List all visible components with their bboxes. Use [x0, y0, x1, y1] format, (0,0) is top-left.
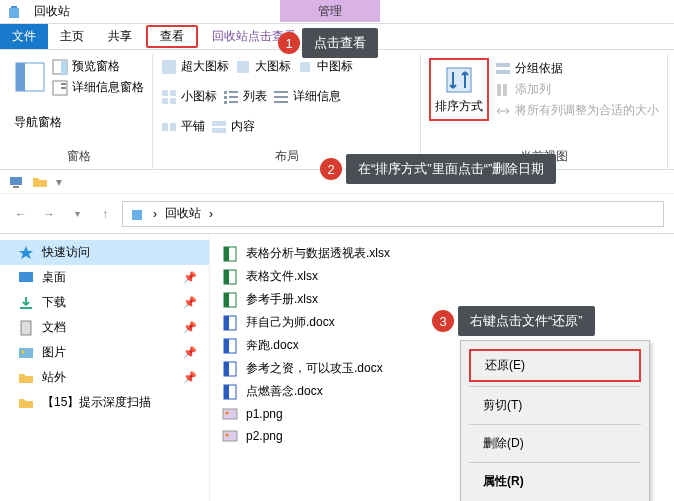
manage-contextual-tab[interactable]: 管理	[280, 0, 380, 22]
pin-icon: 📌	[183, 371, 197, 384]
svg-rect-53	[224, 362, 229, 376]
address-location[interactable]: 回收站	[165, 205, 201, 222]
svg-rect-26	[170, 123, 176, 131]
back-button[interactable]: ←	[10, 203, 32, 225]
svg-rect-12	[162, 90, 168, 96]
up-button[interactable]: ↑	[94, 203, 116, 225]
svg-rect-36	[132, 210, 142, 220]
md-icons-icon	[297, 59, 313, 75]
svg-rect-30	[496, 63, 510, 67]
view-list[interactable]: 列表	[223, 88, 267, 105]
details-pane-icon	[52, 80, 68, 96]
sidebar-ext[interactable]: 站外📌	[0, 365, 209, 390]
sidebar-item-15[interactable]: 【15】提示深度扫描	[0, 390, 209, 415]
tab-view[interactable]: 查看	[146, 25, 198, 48]
file-item[interactable]: 参考手册.xlsx	[218, 288, 674, 311]
xl-icons-icon	[161, 59, 177, 75]
docx-icon	[222, 338, 238, 354]
ctx-properties[interactable]: 属性(R)	[469, 467, 641, 496]
svg-rect-34	[10, 177, 22, 185]
ctx-sep	[469, 462, 641, 463]
details-icon	[273, 89, 289, 105]
view-md-icons[interactable]: 中图标	[297, 58, 353, 75]
file-name: 点燃善念.docx	[246, 383, 323, 400]
svg-rect-29	[447, 68, 471, 92]
file-name: p1.png	[246, 407, 283, 421]
recycle-bin-icon	[6, 4, 22, 20]
pin-icon: 📌	[183, 321, 197, 334]
ctx-cut[interactable]: 剪切(T)	[469, 391, 641, 420]
xlsx-icon	[222, 246, 238, 262]
ctx-sep	[469, 386, 641, 387]
sort-by-button[interactable]: 排序方式	[429, 58, 489, 121]
svg-rect-13	[170, 90, 176, 96]
group-icon	[495, 61, 511, 77]
pin-icon: 📌	[183, 296, 197, 309]
ctx-sep	[469, 424, 641, 425]
xlsx-icon	[222, 269, 238, 285]
svg-rect-43	[224, 247, 229, 261]
tab-file[interactable]: 文件	[0, 24, 48, 49]
folder-qat-icon[interactable]	[32, 174, 48, 190]
details-pane-button[interactable]: 详细信息窗格	[52, 79, 144, 96]
desktop-icon	[18, 270, 34, 286]
svg-rect-14	[162, 98, 168, 104]
navigation-bar: ← → ▾ ↑ › 回收站 ›	[0, 194, 674, 234]
svg-rect-49	[224, 316, 229, 330]
pin-icon: 📌	[183, 346, 197, 359]
group-by-button[interactable]: 分组依据	[495, 60, 659, 77]
nav-pane-label: 导航窗格	[14, 114, 144, 131]
sidebar-desktop[interactable]: 桌面📌	[0, 265, 209, 290]
view-content[interactable]: 内容	[211, 118, 255, 135]
svg-rect-39	[21, 321, 31, 335]
tab-share[interactable]: 共享	[96, 24, 144, 49]
list-icon	[223, 89, 239, 105]
sidebar-downloads[interactable]: 下载📌	[0, 290, 209, 315]
nav-pane-button[interactable]	[14, 61, 46, 93]
computer-icon[interactable]	[8, 174, 24, 190]
svg-rect-35	[13, 186, 19, 188]
svg-rect-38	[20, 307, 32, 309]
svg-rect-27	[212, 121, 226, 126]
sidebar-pictures[interactable]: 图片📌	[0, 340, 209, 365]
sidebar-quick-access[interactable]: 快速访问	[0, 240, 209, 265]
view-xl-icons[interactable]: 超大图标	[161, 58, 229, 75]
callout-2: 在“排序方式”里面点击“”删除日期	[346, 154, 556, 184]
svg-rect-24	[274, 101, 288, 103]
ribbon-group-currentview: 排序方式 分组依据 添加列 将所有列调整为合适的大小 当前视图	[421, 54, 668, 169]
file-item[interactable]: 表格分析与数据透视表.xlsx	[218, 242, 674, 265]
forward-button[interactable]: →	[38, 203, 60, 225]
history-dropdown[interactable]: ▾	[66, 203, 88, 225]
view-sm-icons[interactable]: 小图标	[161, 88, 217, 105]
add-columns-button[interactable]: 添加列	[495, 81, 659, 98]
sidebar-documents[interactable]: 文档📌	[0, 315, 209, 340]
address-bar[interactable]: › 回收站 ›	[122, 201, 664, 227]
docx-icon	[222, 361, 238, 377]
preview-pane-button[interactable]: 预览窗格	[52, 58, 144, 75]
folder-icon	[18, 395, 34, 411]
svg-rect-31	[496, 70, 510, 74]
file-name: 表格分析与数据透视表.xlsx	[246, 245, 390, 262]
view-details[interactable]: 详细信息	[273, 88, 341, 105]
svg-rect-25	[162, 123, 168, 131]
tab-home[interactable]: 主页	[48, 24, 96, 49]
file-name: 参考之资，可以攻玉.docx	[246, 360, 383, 377]
qat-dropdown-icon[interactable]: ▾	[56, 175, 62, 189]
lg-icons-icon	[235, 59, 251, 75]
pin-icon: 📌	[183, 271, 197, 284]
svg-rect-0	[9, 8, 19, 18]
png-icon	[222, 428, 238, 444]
file-item[interactable]: 表格文件.xlsx	[218, 265, 674, 288]
sizeall-icon	[495, 103, 511, 119]
view-lg-icons[interactable]: 大图标	[235, 58, 291, 75]
svg-rect-33	[503, 84, 507, 96]
ctx-delete[interactable]: 删除(D)	[469, 429, 641, 458]
callout-3: 右键点击文件“还原”	[458, 306, 595, 336]
sm-icons-icon	[161, 89, 177, 105]
pictures-icon	[18, 345, 34, 361]
svg-rect-37	[19, 272, 33, 282]
view-tiles[interactable]: 平铺	[161, 118, 205, 135]
ctx-restore[interactable]: 还原(E)	[469, 349, 641, 382]
file-name: 参考手册.xlsx	[246, 291, 318, 308]
size-all-button[interactable]: 将所有列调整为合适的大小	[495, 102, 659, 119]
